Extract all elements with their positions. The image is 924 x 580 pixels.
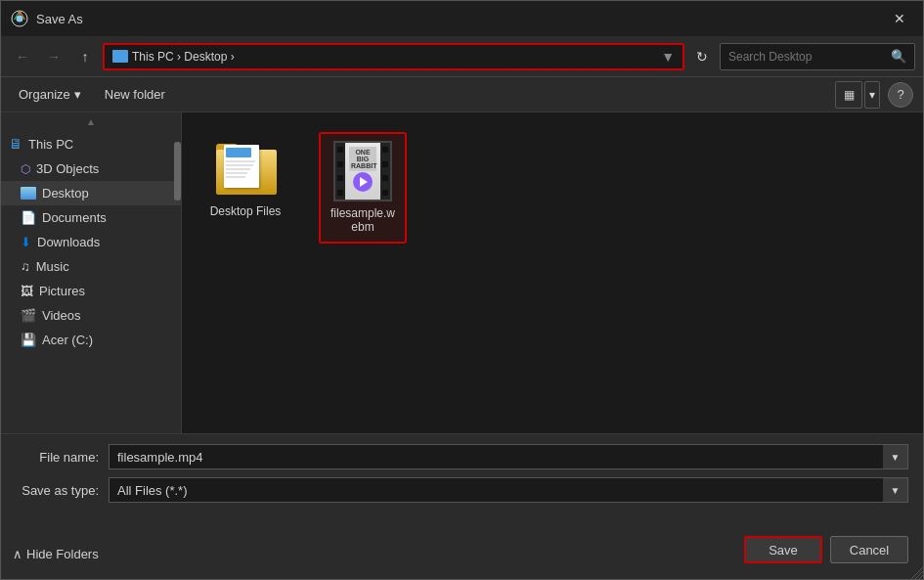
title-bar-controls: ✕ xyxy=(886,5,913,32)
sidebar-item-downloads[interactable]: ⬇ Downloads xyxy=(1,230,181,254)
savetype-row: Save as type: ▼ xyxy=(16,477,908,503)
sidebar-label-music: Music xyxy=(36,259,69,274)
search-button[interactable]: 🔍 xyxy=(891,49,906,64)
sidebar: ▲ 🖥 This PC ⬡ 3D Objects Desktop 📄 Docum… xyxy=(1,112,182,433)
chrome-icon xyxy=(11,10,28,27)
title-bar: Save As ✕ xyxy=(1,1,923,36)
savetype-dropdown-button[interactable]: ▼ xyxy=(883,477,908,503)
forward-button[interactable]: → xyxy=(40,43,67,70)
filename-input[interactable] xyxy=(109,444,908,469)
savetype-label: Save as type: xyxy=(16,483,99,498)
save-as-dialog: Save As ✕ ← → ↑ This PC › Desktop › ▼ ↻ … xyxy=(0,0,924,580)
sidebar-item-this-pc[interactable]: 🖥 This PC xyxy=(1,131,181,156)
documents-icon: 📄 xyxy=(21,210,36,225)
bottom-bar: ∧ Hide Folders Save Cancel xyxy=(1,520,923,579)
savetype-input[interactable] xyxy=(109,477,908,503)
filename-label: File name: xyxy=(16,450,99,465)
view-dropdown-button[interactable]: ▾ xyxy=(864,81,880,109)
resize-gripper[interactable] xyxy=(907,563,923,579)
sidebar-label-acer-c: Acer (C:) xyxy=(42,333,93,347)
file-label-desktop-files: Desktop Files xyxy=(210,204,282,218)
sidebar-item-documents[interactable]: 📄 Documents xyxy=(1,205,181,230)
filename-dropdown-button[interactable]: ▼ xyxy=(883,444,908,469)
sidebar-label-desktop: Desktop xyxy=(42,186,89,201)
sidebar-label-3d-objects: 3D Objects xyxy=(36,161,99,176)
desktop-icon xyxy=(21,187,36,200)
video-title: ONE BIG RABBIT xyxy=(349,147,376,171)
3d-icon: ⬡ xyxy=(21,162,30,176)
sidebar-label-this-pc: This PC xyxy=(28,137,73,152)
hide-folders-button[interactable]: ∧ Hide Folders xyxy=(13,547,99,561)
toolbar: Organize ▾ New folder ▦ ▾ ? xyxy=(1,77,923,112)
help-label: ? xyxy=(897,87,903,102)
up-button[interactable]: ↑ xyxy=(71,43,99,70)
view-arrow: ▾ xyxy=(869,88,875,102)
search-bar: 🔍 xyxy=(720,43,915,70)
file-area: Desktop Files xyxy=(182,112,923,433)
savetype-input-container: ▼ xyxy=(109,477,908,503)
svg-point-1 xyxy=(17,16,23,22)
video-content: ONE BIG RABBIT xyxy=(345,143,380,200)
organize-button[interactable]: Organize ▾ xyxy=(11,83,89,106)
sidebar-item-music[interactable]: ♫ Music xyxy=(1,254,181,279)
view-button[interactable]: ▦ xyxy=(835,81,862,109)
svg-line-2 xyxy=(915,571,923,579)
refresh-button[interactable]: ↻ xyxy=(688,43,716,70)
svg-line-3 xyxy=(919,575,923,579)
film-strip-right xyxy=(380,143,390,200)
breadcrumb-text: This PC › Desktop › xyxy=(132,50,657,64)
dialog-title: Save As xyxy=(36,12,886,26)
play-triangle xyxy=(360,177,368,187)
sidebar-item-videos[interactable]: 🎬 Videos xyxy=(1,303,181,328)
sidebar-label-pictures: Pictures xyxy=(39,284,85,298)
nav-bar: ← → ↑ This PC › Desktop › ▼ ↻ 🔍 xyxy=(1,36,923,77)
help-button[interactable]: ? xyxy=(888,82,913,108)
filename-row: File name: ▼ xyxy=(16,444,908,469)
address-bar: This PC › Desktop › ▼ xyxy=(103,43,684,70)
file-label-filesample-webm: filesample.webm xyxy=(329,206,397,234)
organize-arrow: ▾ xyxy=(74,87,81,102)
video-thumbnail: ONE BIG RABBIT xyxy=(333,142,392,201)
sidebar-label-downloads: Downloads xyxy=(37,235,100,249)
sidebar-item-acer-c[interactable]: 💾 Acer (C:) xyxy=(1,328,181,352)
close-button[interactable]: ✕ xyxy=(886,5,913,32)
hide-folders-arrow: ∧ xyxy=(13,547,22,561)
sidebar-label-documents: Documents xyxy=(42,210,107,225)
new-folder-button[interactable]: New folder xyxy=(97,83,173,106)
new-folder-label: New folder xyxy=(105,87,165,102)
scroll-up: ▲ xyxy=(1,112,181,131)
monitor-icon xyxy=(112,50,128,63)
sidebar-item-3d-objects[interactable]: ⬡ 3D Objects xyxy=(1,156,181,181)
resize-icon xyxy=(907,563,923,579)
play-button-icon xyxy=(353,172,373,192)
form-area: File name: ▼ Save as type: ▼ xyxy=(1,433,923,520)
organize-label: Organize xyxy=(19,87,70,102)
sidebar-label-videos: Videos xyxy=(42,308,81,323)
pc-icon: 🖥 xyxy=(9,136,22,152)
music-icon: ♫ xyxy=(21,259,30,274)
sidebar-item-desktop[interactable]: Desktop xyxy=(1,181,181,205)
drive-icon: 💾 xyxy=(21,333,36,347)
address-dropdown-button[interactable]: ▼ xyxy=(661,49,675,65)
scrollbar-thumb[interactable] xyxy=(174,142,181,201)
downloads-icon: ⬇ xyxy=(21,235,31,249)
main-area: ▲ 🖥 This PC ⬡ 3D Objects Desktop 📄 Docum… xyxy=(1,112,923,433)
search-input[interactable] xyxy=(728,50,887,64)
back-button[interactable]: ← xyxy=(9,43,36,70)
file-item-desktop-files[interactable]: Desktop Files xyxy=(201,132,289,226)
file-item-filesample-webm[interactable]: ONE BIG RABBIT filesample.webm xyxy=(319,132,407,244)
videos-icon: 🎬 xyxy=(21,308,36,323)
sidebar-item-pictures[interactable]: 🖼 Pictures xyxy=(1,279,181,303)
film-strip-left xyxy=(335,143,345,200)
hide-folders-label: Hide Folders xyxy=(26,547,99,561)
folder-icon xyxy=(216,140,275,199)
view-icon: ▦ xyxy=(844,88,855,102)
pictures-icon: 🖼 xyxy=(21,284,33,298)
filename-input-container: ▼ xyxy=(109,444,908,469)
save-button[interactable]: Save xyxy=(744,536,822,563)
cancel-button[interactable]: Cancel xyxy=(830,536,908,563)
